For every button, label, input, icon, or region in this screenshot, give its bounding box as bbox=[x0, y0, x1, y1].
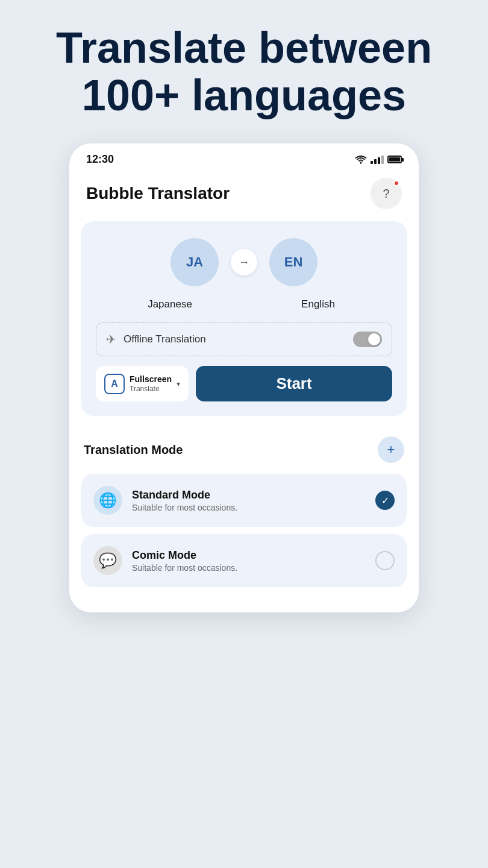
standard-mode-icon: 🌐 bbox=[93, 486, 122, 515]
language-card: JA → EN Japanese English ✈ Offline Trans… bbox=[81, 221, 407, 416]
standard-mode-name: Standard Mode bbox=[132, 489, 366, 502]
language-selector: JA → EN bbox=[96, 238, 392, 286]
source-language-label: Japanese bbox=[146, 298, 194, 310]
section-title: Translation Mode bbox=[84, 443, 183, 457]
phone-mockup: 12:30 Bubble Translator bbox=[69, 143, 419, 612]
signal-icon bbox=[371, 156, 384, 164]
mode-text: Fullscreen Translate bbox=[130, 374, 172, 393]
section-header: Translation Mode + bbox=[81, 426, 407, 474]
help-question-icon: ? bbox=[383, 187, 389, 201]
translation-mode-section: Translation Mode + 🌐 Standard Mode Suita… bbox=[69, 426, 419, 587]
standard-mode-text: Standard Mode Suitable for most occasion… bbox=[132, 489, 366, 512]
airplane-icon: ✈ bbox=[106, 332, 116, 347]
comic-mode-name: Comic Mode bbox=[132, 549, 366, 562]
mode-selector-button[interactable]: A Fullscreen Translate ▾ bbox=[96, 366, 189, 401]
comic-mode-desc: Suitable for most occasions. bbox=[132, 563, 366, 573]
standard-mode-check: ✓ bbox=[375, 491, 395, 510]
mode-item-standard[interactable]: 🌐 Standard Mode Suitable for most occasi… bbox=[81, 474, 407, 527]
comic-mode-icon: 💬 bbox=[93, 546, 122, 575]
mode-name: Fullscreen bbox=[130, 374, 172, 385]
hero-title: Translate between 100+ languages bbox=[12, 24, 476, 119]
mode-icon: A bbox=[104, 374, 125, 394]
comic-mode-uncheck bbox=[375, 551, 395, 570]
standard-mode-desc: Suitable for most occasions. bbox=[132, 503, 366, 512]
mode-item-comic[interactable]: 💬 Comic Mode Suitable for most occasions… bbox=[81, 534, 407, 587]
target-language-label: English bbox=[294, 298, 342, 310]
mode-sub: Translate bbox=[130, 385, 172, 393]
offline-translation-row: ✈ Offline Translation bbox=[96, 322, 392, 356]
status-bar: 12:30 bbox=[69, 143, 419, 171]
toggle-thumb bbox=[368, 333, 380, 345]
app-header: Bubble Translator ? bbox=[69, 171, 419, 221]
offline-translation-label: Offline Translation bbox=[124, 333, 346, 345]
card-bottom: A Fullscreen Translate ▾ Start bbox=[96, 366, 392, 401]
target-language-button[interactable]: EN bbox=[269, 238, 318, 286]
dropdown-arrow-icon: ▾ bbox=[177, 380, 180, 388]
language-labels: Japanese English bbox=[96, 298, 392, 310]
start-button[interactable]: Start bbox=[196, 366, 392, 401]
help-button[interactable]: ? bbox=[371, 178, 402, 209]
swap-languages-button[interactable]: → bbox=[231, 249, 257, 275]
wifi-icon bbox=[355, 156, 367, 164]
battery-icon bbox=[387, 156, 402, 163]
source-language-button[interactable]: JA bbox=[170, 238, 219, 286]
comic-mode-text: Comic Mode Suitable for most occasions. bbox=[132, 549, 366, 573]
add-mode-button[interactable]: + bbox=[378, 436, 404, 463]
notification-dot bbox=[393, 180, 399, 186]
app-title: Bubble Translator bbox=[86, 184, 230, 203]
offline-toggle[interactable] bbox=[353, 332, 382, 347]
status-time: 12:30 bbox=[86, 153, 114, 166]
status-icons bbox=[355, 156, 402, 164]
